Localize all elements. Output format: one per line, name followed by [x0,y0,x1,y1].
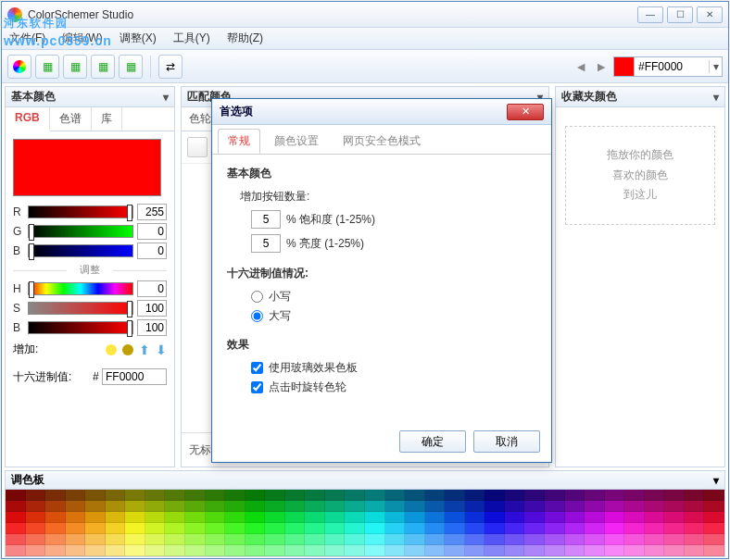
app-icon [7,7,22,22]
tool-misc-icon[interactable]: ⇄ [158,55,182,79]
palette-grid[interactable] [6,490,724,556]
ok-button[interactable]: 确定 [399,430,466,453]
tool-open-icon[interactable]: ▦ [63,55,87,79]
close-button[interactable]: ✕ [697,6,723,23]
tab-spectrum[interactable]: 色谱 [50,107,92,131]
group-effects: 效果 [227,337,536,353]
hex-value-input[interactable] [102,368,167,385]
window-title: ColorSchemer Studio [28,8,637,21]
s-label: S [13,302,24,315]
g-label: G [13,225,24,238]
b-input[interactable] [137,243,167,259]
hex-input[interactable] [635,57,709,76]
titlebar: ColorSchemer Studio — ☐ ✕ [2,2,728,28]
h-input[interactable] [137,280,167,297]
radio-uppercase[interactable] [251,310,263,322]
brightness-step-input[interactable] [251,234,281,253]
r-label: R [13,205,24,218]
left-panel-menu-icon[interactable]: ▾ [163,91,169,104]
brightness-step-label: % 亮度 (1-25%) [286,236,364,252]
preferences-dialog: 首选项 ✕ 常规 颜色设置 网页安全色模式 基本颜色 增加按钮数量: % 饱和度… [211,98,552,463]
current-color-swatch[interactable] [614,57,635,76]
dialog-tab-websafe[interactable]: 网页安全色模式 [333,129,431,154]
maximize-button[interactable]: ☐ [667,6,693,23]
r-slider[interactable] [28,205,133,218]
cancel-button[interactable]: 取消 [473,430,540,453]
h-label: H [13,282,24,295]
tool-export-icon[interactable]: ▦ [119,55,143,79]
group-basic-color: 基本颜色 [227,166,536,181]
dialog-tab-general[interactable]: 常规 [218,129,260,154]
palette-menu-icon[interactable]: ▾ [713,474,719,487]
minimize-button[interactable]: — [637,6,663,23]
radio-lowercase[interactable] [251,291,263,303]
right-panel-title: 收藏夹颜色 [561,89,617,105]
nav-back-icon[interactable]: ◄ [573,59,589,74]
hex-dropdown-icon[interactable]: ▾ [709,60,722,73]
tool-new-icon[interactable]: ▦ [35,55,59,79]
menu-edit[interactable]: 编辑(W) [58,29,106,48]
basic-color-panel: 基本颜色▾ RGB 色谱 库 R G B 调整 H S B 增加: [5,86,175,467]
toolbar-separator [150,56,151,78]
menu-file[interactable]: 文件(F) [6,29,49,48]
s-slider[interactable] [28,302,133,315]
menu-tools[interactable]: 工具(Y) [170,29,214,48]
r-input[interactable] [137,204,167,220]
g-input[interactable] [137,223,167,240]
menu-adjust[interactable]: 调整(X) [116,29,160,48]
dialog-close-button[interactable]: ✕ [507,104,544,120]
v-label: B [13,321,24,334]
check-glass-effect[interactable] [251,362,263,374]
main-swatch[interactable] [13,139,161,196]
saturation-step-input[interactable] [251,210,281,229]
hex-input-group: ▾ [613,56,723,77]
hex-prefix: # [93,370,99,383]
add-up-icon[interactable]: ⬆ [139,342,150,357]
v-input[interactable] [137,319,167,336]
adjust-header: 调整 [13,263,167,277]
group-basic-sub: 增加按钮数量: [240,189,536,205]
right-panel-menu-icon[interactable]: ▾ [713,91,719,104]
dialog-title: 首选项 [220,104,253,119]
s-input[interactable] [137,300,167,317]
favorites-dropzone[interactable]: 拖放你的颜色 喜欢的颜色 到这儿 [565,126,715,225]
group-hex-case: 十六进制值情况: [227,266,536,281]
hex-label: 十六进制值: [13,369,71,385]
check-rotate-wheel[interactable] [251,381,263,393]
b-label: B [13,244,24,257]
add-down-icon[interactable]: ⬇ [156,342,167,357]
saturation-step-label: % 饱和度 (1-25%) [286,212,375,228]
dialog-tab-color[interactable]: 颜色设置 [264,129,329,154]
add-olive-icon[interactable] [122,344,133,355]
left-panel-title: 基本颜色 [11,89,56,105]
h-slider[interactable] [28,282,133,295]
v-slider[interactable] [28,321,133,334]
palette-title: 调色板 [11,472,44,488]
toolbar: ▦ ▦ ▦ ▦ ⇄ ◄ ► ▾ [2,50,728,83]
palette-panel: 调色板▾ [5,470,725,557]
add-label: 增加: [13,342,38,357]
b-slider[interactable] [28,244,133,257]
menubar: 文件(F) 编辑(W) 调整(X) 工具(Y) 帮助(Z) [2,28,728,50]
menu-help[interactable]: 帮助(Z) [223,29,267,48]
favorites-panel: 收藏夹颜色▾ 拖放你的颜色 喜欢的颜色 到这儿 [555,86,725,467]
tab-library[interactable]: 库 [92,107,122,131]
midtool-1-icon[interactable] [187,137,208,157]
nav-fwd-icon[interactable]: ► [593,59,610,74]
add-yellow-icon[interactable] [106,344,117,355]
tab-rgb[interactable]: RGB [6,107,50,131]
g-slider[interactable] [28,225,133,238]
tool-save-icon[interactable]: ▦ [91,55,115,79]
tool-wheel-icon[interactable] [7,55,31,79]
